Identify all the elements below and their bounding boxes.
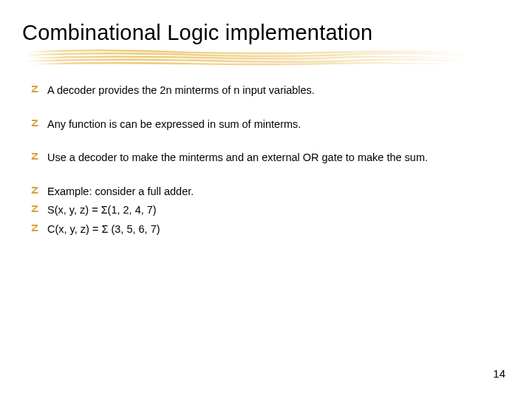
title-underline-decoration — [19, 48, 492, 69]
bullet-text: Use a decoder to make the minterms and a… — [47, 151, 510, 166]
bullet-item: S(x, y, z) = Σ(1, 2, 4, 7) — [31, 203, 510, 218]
bullet-list: A decoder provides the 2n minterms of n … — [22, 83, 510, 236]
bullet-text: S(x, y, z) = Σ(1, 2, 4, 7) — [47, 203, 510, 218]
bullet-z-icon — [31, 85, 40, 97]
bullet-text: Example: consider a full adder. — [47, 185, 510, 200]
bullet-z-icon — [31, 152, 40, 164]
bullet-item: Any function is can be expressed in sum … — [31, 117, 510, 132]
bullet-text: A decoder provides the 2n minterms of n … — [47, 83, 510, 98]
bullet-item: Example: consider a full adder. — [31, 185, 510, 200]
bullet-item: Use a decoder to make the minterms and a… — [31, 151, 510, 166]
slide-title: Combinational Logic implementation — [22, 21, 510, 45]
bullet-item: C(x, y, z) = Σ (3, 5, 6, 7) — [31, 222, 510, 237]
bullet-text: C(x, y, z) = Σ (3, 5, 6, 7) — [47, 222, 510, 237]
bullet-z-icon — [31, 119, 40, 131]
page-number: 14 — [493, 367, 505, 380]
slide-container: Combinational Logic implementation — [0, 0, 532, 399]
bullet-text: Any function is can be expressed in sum … — [47, 117, 510, 132]
bullet-z-icon — [31, 224, 40, 236]
bullet-z-icon — [31, 186, 40, 198]
bullet-item: A decoder provides the 2n minterms of n … — [31, 83, 510, 98]
bullet-z-icon — [31, 205, 40, 216]
